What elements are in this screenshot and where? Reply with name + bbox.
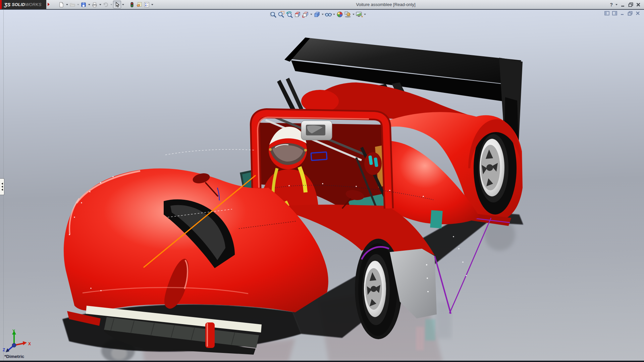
edit-appearance-icon <box>336 11 343 18</box>
hide-show-items-icon <box>325 11 332 18</box>
window-controls: ? <box>610 1 641 8</box>
title-bar: ƷS SOLID WORKS <box>0 0 644 10</box>
open-dropdown[interactable] <box>76 1 80 8</box>
minimize-button[interactable] <box>620 1 626 8</box>
document-restore-icon <box>628 11 633 16</box>
zoom-to-area-button[interactable] <box>277 10 285 18</box>
document-window-controls <box>604 10 641 16</box>
open-folder-icon <box>69 2 75 8</box>
graphics-viewport[interactable]: Y X Z *Dimetric <box>0 0 644 362</box>
document-minimize-button[interactable] <box>619 10 626 16</box>
help-dropdown[interactable] <box>614 1 618 8</box>
new-document-button[interactable] <box>58 1 65 8</box>
pane-right-button[interactable] <box>611 10 618 16</box>
appearance-button[interactable] <box>136 1 143 8</box>
menu-flyout-arrow-icon[interactable] <box>48 3 50 6</box>
previous-view-button[interactable] <box>285 10 293 18</box>
brand-name-bold: SOLID <box>12 2 25 7</box>
collapse-arrow-icon <box>1 189 3 191</box>
document-restore-button[interactable] <box>627 10 633 16</box>
apply-scene-button[interactable] <box>344 10 352 18</box>
rebuild-button[interactable] <box>128 1 136 8</box>
options-dropdown[interactable] <box>150 1 154 8</box>
minimize-icon <box>621 2 625 7</box>
apply-scene-dropdown[interactable] <box>352 10 355 18</box>
view-orientation-icon <box>302 11 309 18</box>
logo-mark: ƷS <box>4 2 10 7</box>
rebuild-traffic-light-icon <box>129 2 135 8</box>
save-dropdown[interactable] <box>87 1 91 8</box>
print-icon <box>92 2 98 8</box>
view-settings-button[interactable] <box>355 10 363 18</box>
triad-z-label: Z <box>3 348 5 352</box>
edit-appearance-button[interactable] <box>336 10 344 18</box>
restore-button[interactable] <box>628 1 634 8</box>
zoom-to-area-icon <box>278 11 285 18</box>
hide-show-items-button[interactable] <box>324 10 332 18</box>
print-dropdown[interactable] <box>98 1 102 8</box>
view-orientation-dropdown[interactable] <box>310 10 313 18</box>
triad-x-label: X <box>28 342 31 346</box>
brand-name-light: WORKS <box>25 2 42 7</box>
select-button[interactable] <box>113 1 121 8</box>
view-orientation-button[interactable] <box>302 10 310 18</box>
triad-y-label: Y <box>12 329 15 334</box>
help-button[interactable]: ? <box>610 2 613 7</box>
zoom-to-fit-button[interactable] <box>269 10 277 18</box>
collapse-arrow-icon <box>1 186 3 188</box>
section-view-icon <box>294 11 301 18</box>
close-button[interactable] <box>635 1 641 8</box>
document-minimize-icon <box>620 11 625 15</box>
display-style-icon <box>313 11 321 18</box>
race-car-model[interactable] <box>0 0 644 362</box>
print-button[interactable] <box>91 1 98 8</box>
view-settings-icon <box>356 11 363 18</box>
standard-toolbar <box>58 1 154 8</box>
select-dropdown[interactable] <box>121 1 125 8</box>
collapse-arrow-icon <box>1 183 3 185</box>
zoom-to-fit-icon <box>270 11 277 18</box>
new-document-icon <box>58 2 64 8</box>
headsup-view-toolbar <box>269 10 367 18</box>
save-button[interactable] <box>80 1 87 8</box>
view-orientation-label: *Dimetric <box>4 354 24 359</box>
select-cursor-icon <box>114 2 120 8</box>
window-bottom-border <box>0 361 644 362</box>
pane-left-button[interactable] <box>604 10 610 16</box>
window-title: Voiture assomblee [Read-only] <box>356 2 415 7</box>
display-style-button[interactable] <box>313 10 321 18</box>
document-close-icon <box>636 11 640 15</box>
appearance-icon <box>136 2 142 8</box>
options-checklist-icon <box>144 2 150 8</box>
open-button[interactable] <box>69 1 76 8</box>
undo-icon <box>103 2 109 8</box>
logo-red-bar <box>0 0 2 9</box>
display-style-dropdown[interactable] <box>321 10 324 18</box>
solidworks-logo: ƷS SOLID WORKS <box>0 0 46 9</box>
pane-right-icon <box>612 11 617 15</box>
section-view-button[interactable] <box>293 10 302 18</box>
solidworks-window: Y X Z *Dimetric <box>0 0 644 362</box>
apply-scene-icon <box>344 11 352 18</box>
save-floppy-icon <box>80 2 87 8</box>
undo-dropdown[interactable] <box>109 1 113 8</box>
document-close-button[interactable] <box>635 10 641 16</box>
view-settings-dropdown[interactable] <box>363 10 367 18</box>
new-document-dropdown[interactable] <box>65 1 69 8</box>
restore-icon <box>628 2 633 7</box>
undo-button[interactable] <box>102 1 109 8</box>
options-button[interactable] <box>143 1 150 8</box>
pane-left-icon <box>604 11 609 15</box>
close-icon <box>636 2 641 7</box>
featuremanager-collapse-tab[interactable] <box>0 178 4 195</box>
previous-view-icon <box>286 11 293 18</box>
hide-show-items-dropdown[interactable] <box>332 10 336 18</box>
